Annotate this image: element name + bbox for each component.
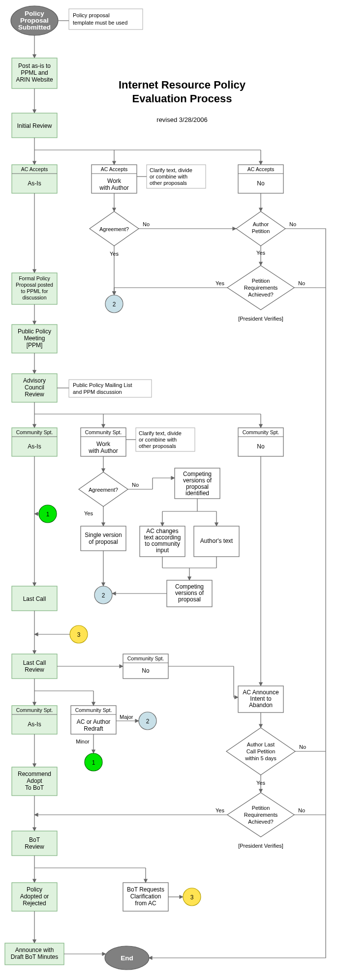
svg-text:Community Spt.: Community Spt. bbox=[243, 429, 279, 435]
svg-text:Last Call: Last Call bbox=[23, 659, 46, 666]
svg-text:Requirements: Requirements bbox=[244, 812, 278, 818]
svg-text:proposal: proposal bbox=[186, 483, 209, 490]
svg-text:Agreement?: Agreement? bbox=[89, 487, 118, 493]
svg-text:As-Is: As-Is bbox=[28, 721, 41, 728]
cs-asis-lcr-box: Community Spt. As-Is bbox=[12, 706, 57, 734]
svg-text:Policy: Policy bbox=[25, 10, 44, 17]
svg-text:Abandon: Abandon bbox=[249, 702, 273, 709]
svg-text:[PPM]: [PPM] bbox=[27, 342, 43, 349]
svg-text:As-Is: As-Is bbox=[28, 180, 41, 187]
svg-text:Policy: Policy bbox=[27, 886, 42, 893]
svg-text:from AC: from AC bbox=[135, 900, 156, 907]
svg-text:Policy proposal: Policy proposal bbox=[73, 12, 110, 18]
svg-text:Intent to: Intent to bbox=[250, 695, 272, 702]
svg-text:AC Accepts: AC Accepts bbox=[21, 166, 48, 172]
svg-text:Petition: Petition bbox=[252, 278, 270, 284]
svg-text:Initial Review: Initial Review bbox=[17, 122, 52, 129]
svg-text:2: 2 bbox=[113, 301, 116, 308]
svg-text:Community Spt.: Community Spt. bbox=[127, 655, 164, 661]
svg-text:Meeting: Meeting bbox=[24, 335, 45, 342]
svg-text:Single version: Single version bbox=[85, 532, 122, 538]
svg-text:Advisory: Advisory bbox=[23, 377, 46, 384]
svg-text:Council: Council bbox=[25, 384, 44, 391]
svg-text:Clarify text, divide: Clarify text, divide bbox=[150, 167, 192, 173]
svg-text:Community Spt.: Community Spt. bbox=[16, 429, 53, 435]
svg-text:No: No bbox=[142, 667, 150, 674]
svg-text:Rejected: Rejected bbox=[23, 900, 46, 907]
svg-text:within 5 days: within 5 days bbox=[245, 755, 277, 761]
svg-text:BoT Requests: BoT Requests bbox=[127, 886, 164, 893]
svg-text:Yes: Yes bbox=[216, 807, 224, 813]
svg-text:discussion: discussion bbox=[22, 295, 46, 300]
svg-text:No: No bbox=[289, 221, 296, 227]
svg-text:2: 2 bbox=[102, 592, 105, 599]
svg-text:Achieved?: Achieved? bbox=[248, 292, 273, 297]
svg-text:Clarify text, divide: Clarify text, divide bbox=[139, 430, 182, 436]
svg-text:ARIN Website: ARIN Website bbox=[16, 76, 53, 83]
svg-text:Community Spt.: Community Spt. bbox=[85, 429, 122, 435]
svg-text:Review: Review bbox=[25, 391, 44, 398]
svg-text:AC or Author: AC or Author bbox=[77, 718, 111, 725]
svg-text:Author's text: Author's text bbox=[200, 537, 233, 544]
title-line1: Internet Resource Policy bbox=[119, 79, 246, 91]
svg-text:BoT: BoT bbox=[29, 836, 40, 843]
svg-text:Proposal: Proposal bbox=[20, 17, 49, 24]
svg-text:End: End bbox=[121, 954, 133, 962]
svg-text:text according: text according bbox=[144, 534, 181, 541]
svg-text:other proposals: other proposals bbox=[139, 443, 176, 449]
cs-no-box: Community Spt. No bbox=[238, 428, 283, 456]
svg-text:Competing: Competing bbox=[183, 471, 212, 477]
svg-text:Major: Major bbox=[120, 714, 133, 720]
flowchart: Internet Resource Policy Evaluation Proc… bbox=[0, 0, 339, 980]
svg-text:No: No bbox=[257, 443, 265, 450]
svg-text:identified: identified bbox=[185, 490, 209, 497]
svg-text:Public Policy Mailing List: Public Policy Mailing List bbox=[73, 382, 132, 388]
svg-text:Call Petition: Call Petition bbox=[247, 748, 276, 754]
svg-text:or combine with: or combine with bbox=[150, 174, 187, 179]
redraft-box: Community Spt. AC or Author Redraft bbox=[71, 706, 116, 734]
svg-text:Achieved?: Achieved? bbox=[248, 819, 273, 825]
cs-work-box: Community Spt. Work with Author bbox=[81, 428, 126, 456]
svg-text:3: 3 bbox=[77, 631, 81, 638]
svg-text:and PPM discussion: and PPM discussion bbox=[73, 389, 122, 395]
svg-text:to community: to community bbox=[145, 540, 180, 547]
svg-text:Recommend: Recommend bbox=[18, 771, 51, 777]
svg-text:Draft BoT Minutes: Draft BoT Minutes bbox=[11, 953, 58, 960]
svg-text:Clarification: Clarification bbox=[130, 893, 161, 900]
svg-text:[President Verifies]: [President Verifies] bbox=[238, 316, 283, 322]
svg-text:To BoT: To BoT bbox=[25, 784, 44, 791]
svg-text:or combine with: or combine with bbox=[139, 437, 177, 443]
svg-text:PPML and: PPML and bbox=[21, 69, 48, 76]
svg-text:AC changes: AC changes bbox=[146, 528, 178, 535]
svg-text:Proposal posted: Proposal posted bbox=[16, 282, 53, 288]
svg-text:No: No bbox=[143, 221, 150, 227]
svg-text:Work: Work bbox=[107, 178, 122, 184]
svg-text:with Author: with Author bbox=[88, 447, 118, 454]
svg-text:input: input bbox=[156, 547, 169, 554]
svg-text:2: 2 bbox=[146, 718, 150, 725]
svg-text:Formal Policy: Formal Policy bbox=[19, 275, 50, 281]
svg-text:Last Call: Last Call bbox=[23, 595, 46, 602]
ac-asis-box: AC Accepts As-Is bbox=[12, 165, 57, 193]
svg-text:template must be used: template must be used bbox=[73, 20, 127, 26]
svg-text:with Author: with Author bbox=[99, 184, 128, 191]
svg-text:versions of: versions of bbox=[175, 590, 204, 596]
svg-text:Author Last: Author Last bbox=[247, 742, 275, 747]
title-line2: Evaluation Process bbox=[132, 92, 232, 105]
svg-text:As-Is: As-Is bbox=[28, 443, 41, 450]
svg-text:No: No bbox=[298, 280, 305, 286]
svg-text:3: 3 bbox=[190, 894, 194, 901]
svg-text:[President Verifies]: [President Verifies] bbox=[238, 843, 283, 849]
svg-text:Public Policy: Public Policy bbox=[18, 328, 51, 335]
svg-text:Community Spt.: Community Spt. bbox=[75, 707, 112, 713]
svg-text:1: 1 bbox=[46, 511, 50, 518]
svg-text:Work: Work bbox=[96, 441, 111, 447]
svg-text:1: 1 bbox=[92, 759, 95, 766]
svg-text:No: No bbox=[132, 482, 139, 488]
revised: revised 3/28/2006 bbox=[156, 116, 207, 123]
svg-text:other proposals: other proposals bbox=[150, 180, 187, 186]
svg-text:Petition: Petition bbox=[252, 805, 270, 811]
svg-text:Petition: Petition bbox=[252, 228, 270, 234]
svg-text:Competing: Competing bbox=[175, 583, 204, 590]
svg-text:Community Spt.: Community Spt. bbox=[16, 707, 53, 713]
